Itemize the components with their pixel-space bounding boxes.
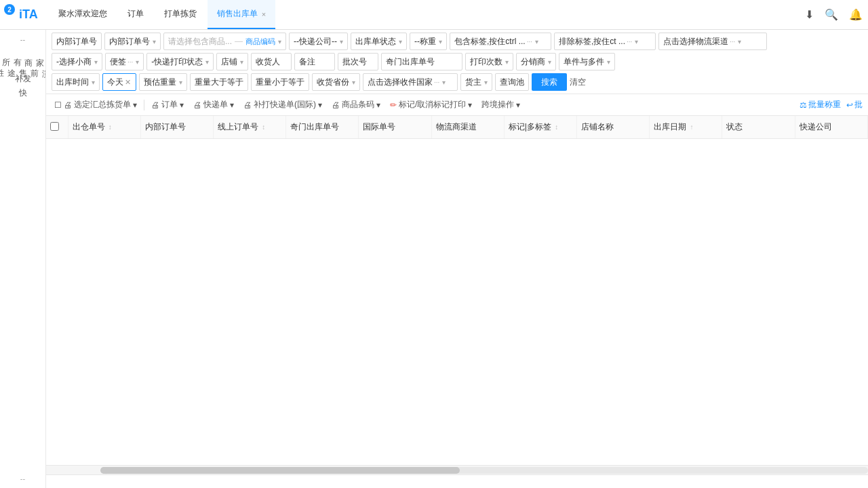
qimen-input[interactable]: 奇门出库单号: [381, 53, 462, 70]
col-tags: 标记|多标签 ↕: [504, 116, 576, 139]
print-count-select[interactable]: 打印次数 ▾: [465, 53, 513, 70]
scroll-thumb[interactable]: [100, 467, 460, 474]
main-layout: -- 所有商家 新胜途售前演示 补发 快 -- 内部订单号 内部订单号 ▾ 请选…: [0, 30, 868, 488]
col-outbound-date: 出库日期 ↑: [650, 116, 722, 139]
weight-gt-select[interactable]: 重量大于等于: [190, 73, 248, 91]
weight-preset-select[interactable]: 预估重量 ▾: [139, 73, 187, 91]
tag-select[interactable]: 便签 ··· ▾: [105, 53, 144, 70]
intl-express-print-button[interactable]: 🖨 补打快递单(国际) ▾: [241, 98, 325, 112]
scroll-track: [100, 467, 868, 474]
shop-size-select[interactable]: -选择小商 ▾: [52, 53, 102, 70]
sidebar-item-new-victory[interactable]: 新胜途售前演示: [0, 57, 46, 68]
print-status-select[interactable]: -快递打印状态 ▾: [146, 53, 214, 70]
sidebar-item-express[interactable]: 快: [19, 87, 27, 99]
toolbar: ☐ 🖨 选定汇总拣货单 ▾ 🖨 订单 ▾ 🖨 快递单 ▾ 🖨 补打快递单(国际)…: [46, 94, 868, 116]
order-no-type-select[interactable]: 内部订单号 ▾: [104, 33, 161, 50]
search-button[interactable]: 搜索: [532, 73, 567, 91]
checkbox-icon: ☐: [54, 100, 62, 110]
top-actions: ⬇ 🔍 🔔: [805, 8, 863, 21]
chevron-down-icon: ▾: [153, 38, 156, 45]
filter-area: 内部订单号 内部订单号 ▾ 请选择包含商品... — 商品编码 ▾ --快递公司…: [46, 30, 868, 94]
col-intl-no: 国际单号: [359, 116, 431, 139]
tab-print[interactable]: 打单拣货: [155, 0, 206, 29]
chevron-down-icon: ▾: [240, 58, 243, 66]
sort-icon: ↕: [262, 123, 265, 131]
chevron-down-icon: ▾: [230, 100, 234, 110]
chevron-down-icon: ▾: [607, 58, 610, 66]
sort-icon: ↑: [690, 123, 694, 131]
col-logistics: 物流商渠道: [431, 116, 504, 139]
chevron-down-icon: ▾: [340, 38, 343, 45]
table-header: 出仓单号 ↕ 内部订单号 线上订单号 ↕ 奇门出库单号: [46, 116, 868, 139]
chevron-down-icon: ▾: [468, 100, 472, 110]
col-status: 状态: [722, 116, 795, 139]
logo-text: iTA: [19, 7, 38, 22]
outbound-status-select[interactable]: 出库单状态 ▾: [351, 33, 407, 50]
order-print-button[interactable]: 🖨 订单 ▾: [149, 98, 186, 112]
time-value-input[interactable]: 今天 ✕: [102, 73, 136, 91]
province-select[interactable]: 收货省份 ▾: [312, 73, 360, 91]
tab-order[interactable]: 订单: [118, 0, 153, 29]
logistics-channel-select[interactable]: 点击选择物流渠道 ··· ▾: [658, 33, 767, 50]
sidebar-bottom: --: [20, 474, 25, 488]
print-icon: 🖨: [64, 100, 72, 110]
chevron-down-icon: ▾: [535, 38, 538, 45]
include-tags-select[interactable]: 包含标签,按住ctrl ... ··· ▾: [450, 33, 551, 50]
sidebar-item-reissue[interactable]: 补发: [15, 73, 31, 85]
chevron-down-icon: ▾: [738, 38, 741, 45]
chevron-down-icon: ▾: [136, 58, 139, 66]
single-multi-select[interactable]: 单件与多件 ▾: [559, 53, 615, 70]
batch-button[interactable]: ↩ 批: [846, 99, 863, 110]
time-type-select[interactable]: 出库时间 ▾: [52, 73, 100, 91]
select-all-col[interactable]: [46, 116, 68, 139]
express-company-select[interactable]: --快递公司-- ▾: [289, 33, 348, 50]
tab-jushui[interactable]: 聚水潭欢迎您: [49, 0, 117, 29]
batch-weight-button[interactable]: ⚖ 批量称重: [800, 99, 841, 110]
print-icon: 🖨: [243, 100, 252, 110]
print-icon: 🖨: [332, 100, 340, 110]
top-bar: 2 iTA 聚水潭欢迎您 订单 打单拣货 销售出库单 × ⬇ 🔍 🔔: [0, 0, 868, 30]
search-icon[interactable]: 🔍: [825, 8, 838, 21]
select-batch-button[interactable]: ☐ 🖨 选定汇总拣货单 ▾: [52, 98, 140, 112]
exclude-tags-select[interactable]: 排除标签,按住ct ... ··· ▾: [554, 33, 656, 50]
chevron-down-icon: ▾: [352, 79, 355, 86]
nav-tabs: 聚水潭欢迎您 订单 打单拣货 销售出库单 ×: [49, 0, 275, 29]
tab-outbound[interactable]: 销售出库单 ×: [208, 0, 275, 29]
filter-row-2: -选择小商 ▾ 便签 ··· ▾ -快递打印状态 ▾ 店铺 ▾ 收货人: [52, 53, 863, 70]
clear-time-icon[interactable]: ✕: [125, 78, 131, 87]
col-qimen-no: 奇门出库单号: [286, 116, 359, 139]
shop-select[interactable]: 店铺 ▾: [216, 53, 248, 70]
close-tab-icon[interactable]: ×: [262, 10, 266, 18]
product-barcode-button[interactable]: 🖨 商品条码 ▾: [329, 98, 383, 112]
query-pool-button[interactable]: 查询池: [495, 73, 529, 91]
print-icon: 🖨: [193, 100, 201, 110]
express-print-button[interactable]: 🖨 快递单 ▾: [191, 98, 237, 112]
chevron-down-icon: ▾: [442, 79, 446, 86]
chevron-down-icon: ▾: [179, 79, 182, 86]
chevron-down-icon: ▾: [548, 58, 551, 66]
weight-icon: ⚖: [800, 100, 807, 110]
cross-border-button[interactable]: 跨境操作 ▾: [479, 98, 523, 112]
sort-icon: ↕: [555, 123, 558, 131]
download-icon[interactable]: ⬇: [805, 8, 814, 21]
bottom-scrollbar[interactable]: ◀: [46, 465, 868, 474]
product-select[interactable]: 请选择包含商品... — 商品编码 ▾: [163, 33, 286, 50]
country-select[interactable]: 点击选择收件国家 ··· ▾: [363, 73, 458, 91]
clear-button[interactable]: 清空: [570, 77, 586, 88]
bell-icon[interactable]: 🔔: [849, 8, 863, 21]
mark-cancel-button[interactable]: ✏ 标记/取消标记打印 ▾: [387, 98, 475, 112]
receiver-input[interactable]: 收货人: [251, 53, 292, 70]
select-all-checkbox[interactable]: [50, 122, 59, 131]
chevron-down-icon: ▾: [92, 79, 95, 86]
distributor-select[interactable]: 分销商 ▾: [516, 53, 556, 70]
batch-input[interactable]: 批次号: [338, 53, 378, 70]
sidebar-item-all-shops[interactable]: 所有商家: [0, 46, 45, 57]
remark-input[interactable]: 备注: [294, 53, 335, 70]
owner-select[interactable]: 货主 ▾: [460, 73, 492, 91]
weight-select[interactable]: --称重 ▾: [410, 33, 447, 50]
weight-lt-select[interactable]: 重量小于等于: [251, 73, 309, 91]
chevron-down-icon: ▾: [505, 58, 509, 66]
chevron-down-icon: ▾: [205, 58, 209, 66]
order-no-input[interactable]: 内部订单号: [52, 33, 102, 50]
table-area: 出仓单号 ↕ 内部订单号 线上订单号 ↕ 奇门出库单号: [46, 116, 868, 465]
